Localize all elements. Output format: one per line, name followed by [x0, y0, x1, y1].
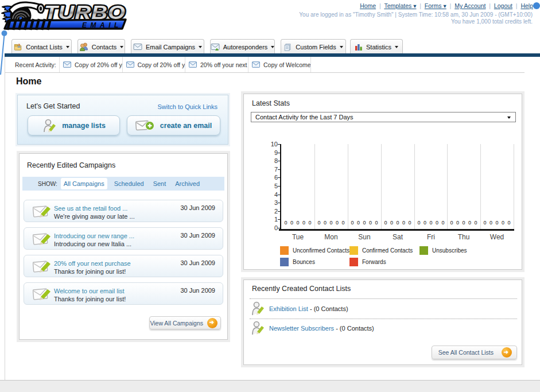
svg-text:TURBO: TURBO [44, 1, 126, 23]
